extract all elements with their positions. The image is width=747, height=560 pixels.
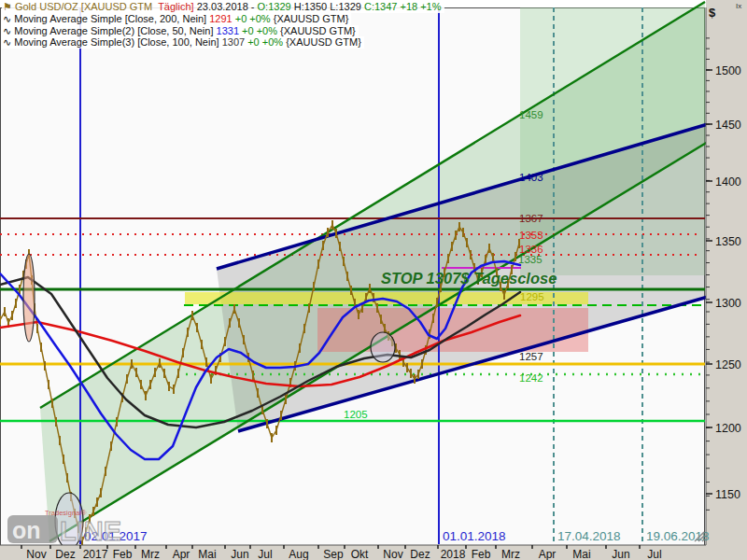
legend-segment: O:1329 [258, 1, 294, 12]
month-label: Apr [539, 548, 557, 560]
legend-segment: {XAUUSD GTM} [274, 13, 349, 24]
price-chart: 1459140313671353133613351295125712421205… [0, 0, 747, 560]
legend-segment: C:1347 [364, 1, 401, 12]
month-label: Okt [351, 548, 369, 560]
watermark-line: LINE [60, 516, 121, 546]
stop-annotation: STOP 1307$ Tagesclose [381, 270, 557, 287]
month-label: 2018 [441, 548, 466, 560]
price-level-label: 1205 [344, 409, 368, 420]
ma100-row[interactable]: ∿ Moving Average Simple(3) [Close, 100, … [2, 36, 364, 49]
price-tick-label: 1400 [715, 175, 741, 189]
legend-segment: {XAUUSD GTM} [280, 25, 356, 36]
month-label: Mai [572, 548, 590, 560]
month-label: Feb [472, 548, 491, 560]
legend-segment: Moving Average Simple(2) [Close, 50, Nei… [14, 25, 216, 36]
price-level-label: 1353 [519, 230, 543, 241]
price-level-label: 1459 [519, 109, 543, 120]
legend-segment: [XAUUSD GTM [81, 1, 158, 12]
month-label: Dez [55, 548, 75, 560]
month-label: Jun [612, 548, 629, 560]
spike-ellipse[interactable] [23, 254, 35, 342]
month-label: Feb [113, 548, 133, 560]
trading-chart-window: ⚑ Gold USD/OZ [XAUUSD GTM Täglich] 23.03… [0, 0, 747, 560]
price-tick-label: 1350 [715, 235, 741, 248]
chart-legend: ⚑ Gold USD/OZ [XAUUSD GTM Täglich] 23.03… [2, 1, 444, 49]
legend-segment: ⚑ [3, 1, 15, 12]
event-date-label: 01.01.2018 [443, 529, 506, 543]
price-tick-label: 1300 [715, 297, 741, 310]
legend-segment: 1291 [209, 13, 235, 24]
price-tick-label: 1200 [715, 422, 741, 435]
legend-segment: 1331 [217, 25, 243, 36]
legend-segment: 23.03.2018 - [197, 1, 258, 12]
ma50-row[interactable]: ∿ Moving Average Simple(2) [Close, 50, N… [2, 25, 359, 37]
event-date-label: 17.04.2018 [557, 529, 621, 543]
price-tick-label: 1150 [715, 488, 740, 501]
legend-segment: Moving Average Simple [Close, 200, Nein] [14, 13, 209, 24]
price-level-label: 1257 [519, 351, 543, 362]
month-label: Nov [383, 548, 402, 560]
legend-segment: Gold USD/OZ [15, 1, 81, 12]
price-axis [706, 0, 747, 560]
month-label: Dez [410, 548, 430, 560]
price-level-label: 1335 [518, 254, 543, 265]
legend-segment: ∿ [3, 25, 14, 36]
legend-segment: Moving Average Simple(3) [Close, 100, Ne… [14, 36, 221, 48]
watermark-on: on [12, 517, 41, 543]
price-level-label: 1367 [519, 213, 543, 224]
month-label: Jul [647, 548, 661, 560]
price-tick-label: 1250 [715, 358, 741, 371]
corner-glyph: Ix [736, 2, 741, 10]
dip-ellipse[interactable] [371, 332, 395, 362]
month-label: Jul [258, 548, 272, 560]
legend-segment: 1307 [222, 36, 248, 48]
legend-segment: ∿ [3, 13, 14, 24]
legend-segment: L:1329 [330, 1, 364, 12]
month-label: 2017 [83, 548, 108, 560]
price-tick-label: 1450 [715, 119, 741, 132]
month-label: Aug [289, 548, 308, 560]
month-label: Nov [26, 548, 46, 560]
legend-segment: {XAUUSD GTM} [286, 36, 361, 48]
price-level-label: 1403 [519, 172, 543, 183]
month-label: Mrz [501, 548, 520, 560]
month-label: Mrz [141, 548, 160, 560]
legend-segment: Täglich] [158, 1, 197, 12]
price-tick-label: 1500 [715, 64, 741, 77]
legend-segment: ∿ [3, 36, 14, 48]
axis-unit-label: $ [709, 6, 716, 20]
price-level-label: 1242 [519, 372, 543, 384]
ma200-row[interactable]: ∿ Moving Average Simple [Close, 200, Nei… [2, 13, 351, 25]
month-label: Jun [231, 548, 248, 560]
legend-segment: H:1350 [294, 1, 331, 12]
legend-segment: +0 +0% [235, 13, 274, 24]
month-label: Mai [198, 548, 216, 560]
legend-segment: +0 +0% [242, 25, 280, 36]
legend-segment: +0 +0% [247, 36, 286, 48]
price-level-label: 1295 [520, 291, 544, 302]
title-row[interactable]: ⚑ Gold USD/OZ [XAUUSD GTM Täglich] 23.03… [2, 1, 444, 13]
month-label: Sep [323, 548, 344, 560]
legend-segment: +18 +1% [400, 1, 441, 12]
month-label: Apr [173, 548, 190, 560]
